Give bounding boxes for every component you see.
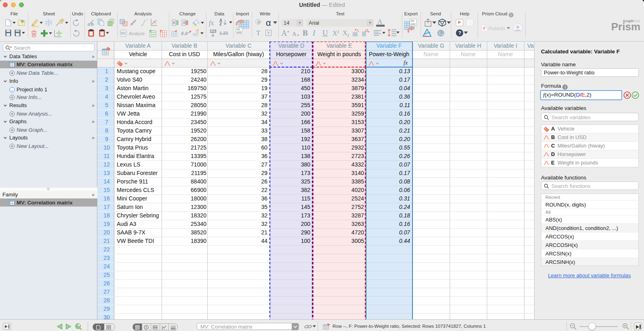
svg-text:txt: txt — [411, 19, 414, 22]
svg-text:?: ? — [458, 30, 461, 36]
svg-text:txt: txt — [237, 28, 240, 31]
svg-text:xml: xml — [237, 31, 241, 34]
svg-text:xml: xml — [411, 23, 415, 25]
svg-text:L: L — [439, 31, 442, 36]
